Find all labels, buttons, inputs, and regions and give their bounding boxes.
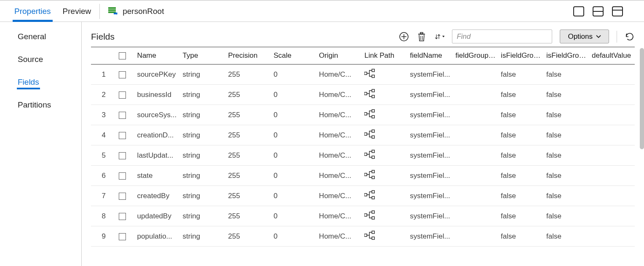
row-checkbox[interactable] [119,152,126,159]
row-checkbox[interactable] [119,172,126,180]
col-type[interactable]: Type [180,47,226,64]
col-precision[interactable]: Precision [225,47,271,64]
layout-single-icon[interactable] [573,6,584,16]
add-icon[interactable] [399,32,409,42]
cell-linkpath[interactable] [362,85,407,105]
tab-properties[interactable]: Properties [14,1,51,21]
cell-linkpath[interactable] [362,125,407,145]
col-linkpath[interactable]: Link Path [362,47,407,64]
cell-precision: 255 [225,186,271,206]
cell-linkpath[interactable] [362,105,407,125]
linkpath-icon[interactable] [364,170,375,179]
delete-icon[interactable] [417,32,427,42]
cell-origin: Home/C... [316,206,362,226]
cell-fieldgroupname [453,145,498,166]
table-row[interactable]: 1sourcePKeystring2550Home/C...systemFiel… [91,64,635,85]
layout-hsplit-icon[interactable] [593,6,604,16]
cell-scale: 0 [271,166,316,186]
cell-origin: Home/C... [316,226,362,247]
row-checkbox[interactable] [119,132,126,139]
cell-defaultvalue [589,105,635,125]
col-select[interactable] [116,47,134,64]
cell-isfieldgroupkey: false [544,166,589,186]
cell-name: lastUpdat... [135,145,180,166]
svg-rect-30 [372,191,374,193]
scrollbar[interactable] [640,48,644,149]
cell-fieldname: systemFiel... [407,186,453,206]
row-select[interactable] [116,226,134,247]
sidebar: General Source Fields Partitions [2,22,82,266]
cell-linkpath[interactable] [362,166,407,186]
linkpath-icon[interactable] [364,150,375,159]
table-row[interactable]: 8updatedBystring2550Home/C...systemFiel.… [91,206,635,226]
tab-preview[interactable]: Preview [63,1,91,21]
row-checkbox[interactable] [119,112,126,119]
col-origin[interactable]: Origin [316,47,362,64]
layout-tsplit-icon[interactable] [612,6,623,16]
col-fieldname[interactable]: fieldName [407,47,453,64]
linkpath-icon[interactable] [364,69,375,78]
select-all-checkbox[interactable] [119,52,126,59]
svg-rect-28 [372,176,374,179]
cell-precision: 255 [225,206,271,226]
row-select[interactable] [116,145,134,166]
sort-icon[interactable] [434,32,444,42]
svg-rect-15 [372,89,374,92]
table-row[interactable]: 3sourceSys...string2550Home/C...systemFi… [91,105,635,125]
cell-fieldgroupname [453,206,498,226]
sidebar-item-source[interactable]: Source [18,55,43,64]
options-button[interactable]: Options [560,30,609,43]
cell-linkpath[interactable] [362,186,407,206]
row-checkbox[interactable] [119,213,126,220]
table-row[interactable]: 9populatio...string2550Home/C...systemFi… [91,226,635,247]
row-select[interactable] [116,64,134,85]
sidebar-item-general[interactable]: General [18,32,46,41]
row-select[interactable] [116,206,134,226]
cell-isfieldgroup: false [498,64,544,85]
linkpath-icon[interactable] [364,89,375,98]
cell-linkpath[interactable] [362,206,407,226]
linkpath-icon[interactable] [364,210,375,220]
row-select[interactable] [116,166,134,186]
col-defaultvalue[interactable]: defaultValue [589,47,635,64]
cell-linkpath[interactable] [362,226,407,247]
col-isfieldgroup[interactable]: isFieldGroup [498,47,544,64]
linkpath-icon[interactable] [364,109,375,118]
table-row[interactable]: 5lastUpdat...string2550Home/C...systemFi… [91,145,635,166]
table-row[interactable]: 6statestring2550Home/C...systemFiel...fa… [91,166,635,186]
cell-linkpath[interactable] [362,64,407,85]
row-checkbox[interactable] [119,91,126,99]
content: Fields Options [82,22,644,266]
cell-name: sourceSys... [135,105,180,125]
linkpath-icon[interactable] [364,190,375,199]
cell-type: string [180,85,226,105]
cell-fieldname: systemFiel... [407,166,453,186]
row-checkbox[interactable] [119,71,126,78]
cell-type: string [180,206,226,226]
svg-rect-12 [372,69,374,72]
table-row[interactable]: 4creationD...string2550Home/C...systemFi… [91,125,635,145]
linkpath-icon[interactable] [364,231,375,240]
col-isfieldgroupkey[interactable]: isFieldGroupKey [544,47,589,64]
cell-isfieldgroup: false [498,105,544,125]
col-name[interactable]: Name [135,47,180,64]
cell-scale: 0 [271,145,316,166]
row-select[interactable] [116,85,134,105]
sidebar-item-fields[interactable]: Fields [18,78,39,87]
cell-origin: Home/C... [316,125,362,145]
table-row[interactable]: 2businessIdstring2550Home/C...systemFiel… [91,85,635,105]
row-select[interactable] [116,105,134,125]
table-row[interactable]: 7createdBystring2550Home/C...systemFiel.… [91,186,635,206]
sidebar-item-partitions[interactable]: Partitions [18,100,51,110]
row-checkbox[interactable] [119,233,126,240]
refresh-icon[interactable] [625,32,635,42]
cell-isfieldgroupkey: false [544,64,589,85]
row-select[interactable] [116,125,134,145]
col-fieldgroupname[interactable]: fieldGroupName [453,47,498,64]
cell-linkpath[interactable] [362,145,407,166]
col-scale[interactable]: Scale [271,47,316,64]
find-input[interactable] [452,30,552,43]
row-checkbox[interactable] [119,193,126,200]
row-select[interactable] [116,186,134,206]
linkpath-icon[interactable] [364,129,375,139]
